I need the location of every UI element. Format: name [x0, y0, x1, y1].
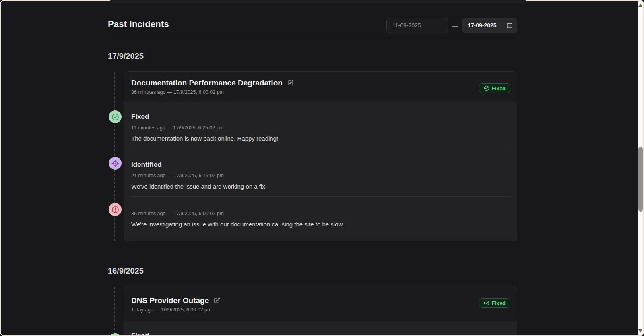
- incident-timestamp: 1 day ago — 16/9/2025, 6:30:02 pm: [131, 307, 510, 313]
- update-status: Identified: [131, 160, 510, 169]
- section-divider: [108, 37, 517, 37]
- start-date-value: 11-09-2025: [392, 22, 421, 29]
- incident-timestamp: 36 minutes ago — 17/9/2025, 6:00:02 pm: [131, 89, 510, 95]
- incident-card: DNS Provider Outage 1 day ago — 16/9/202…: [124, 286, 517, 336]
- update-message: We've identified the issue and are worki…: [131, 182, 367, 191]
- update-timestamp: 11 minutes ago — 17/9/2025, 6:25:02 pm: [131, 125, 510, 131]
- check-circle-icon: [484, 85, 489, 91]
- update-status: Fixed: [131, 112, 510, 121]
- status-badge-label: Fixed: [492, 85, 506, 91]
- timeline-rail: [114, 287, 115, 336]
- date-range-filter: 11-09-2025 — 17-09-2025: [386, 18, 517, 33]
- end-date-value: 17-09-2025: [468, 22, 497, 29]
- incident-title: Documentation Performance Degradation: [131, 77, 283, 88]
- status-badge-label: Fixed: [492, 300, 506, 306]
- update-message: The documentation is now back online. Ha…: [131, 134, 367, 143]
- scroll-down-arrow-icon[interactable]: [638, 329, 642, 332]
- incident-card: Documentation Performance Degradation 36…: [124, 71, 517, 241]
- incident-title: DNS Provider Outage: [131, 295, 209, 306]
- end-date-input[interactable]: 17-09-2025: [462, 18, 517, 33]
- check-circle-icon: [484, 300, 489, 306]
- calendar-icon[interactable]: [506, 22, 513, 29]
- incident-group: DNS Provider Outage 1 day ago — 16/9/202…: [108, 286, 517, 336]
- update-message: We're investigating an issue with our do…: [131, 220, 367, 229]
- status-badge: Fixed: [479, 298, 510, 308]
- scroll-up-arrow-icon[interactable]: [638, 4, 642, 7]
- status-page: Past Incidents 11-09-2025 — 17-09-2025: [0, 0, 644, 336]
- edit-icon[interactable]: [213, 297, 220, 304]
- previous-card-partial: [109, 0, 526, 3]
- page-title: Past Incidents: [108, 19, 169, 29]
- past-incidents-section: Past Incidents 11-09-2025 — 17-09-2025: [108, 0, 517, 336]
- date-range-separator: —: [452, 22, 458, 29]
- update-timestamp: 36 minutes ago — 17/9/2025, 6:00:02 pm: [131, 211, 510, 216]
- update-status: Fixed: [131, 331, 510, 336]
- incident-header: Documentation Performance Degradation 36…: [124, 72, 517, 102]
- status-badge: Fixed: [479, 83, 510, 93]
- edit-icon[interactable]: [287, 79, 294, 86]
- check-circle-icon: [109, 110, 122, 123]
- incident-update: Fixed: [124, 321, 517, 336]
- incident-update: Fixed 11 minutes ago — 17/9/2025, 6:25:0…: [124, 102, 517, 150]
- check-circle-icon: [109, 333, 122, 336]
- incident-group: Documentation Performance Degradation 36…: [108, 71, 517, 241]
- incident-update: Identified 21 minutes ago — 17/9/2025, 6…: [124, 150, 517, 197]
- alert-circle-icon: [109, 203, 122, 216]
- update-timestamp: 21 minutes ago — 17/9/2025, 6:15:02 pm: [131, 173, 510, 178]
- start-date-input[interactable]: 11-09-2025: [386, 18, 448, 33]
- incident-update: 36 minutes ago — 17/9/2025, 6:00:02 pm W…: [124, 197, 517, 241]
- day-heading: 16/9/2025: [108, 266, 144, 276]
- crosshair-icon: [109, 157, 122, 170]
- day-heading: 17/9/2025: [108, 52, 144, 61]
- scrollbar[interactable]: [638, 1, 643, 335]
- scrollbar-thumb[interactable]: [638, 147, 643, 212]
- incident-header: DNS Provider Outage 1 day ago — 16/9/202…: [124, 286, 517, 321]
